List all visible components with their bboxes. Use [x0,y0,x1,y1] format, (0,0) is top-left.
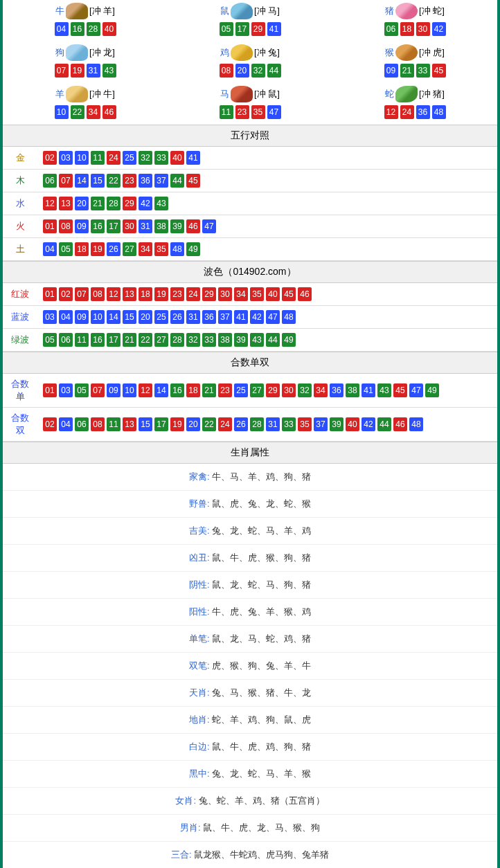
number-chip: 34 [234,287,248,301]
number-chip: 33 [416,64,430,78]
number-chip: 43 [154,197,168,210]
number-chip: 22 [71,105,84,119]
prop-label: 吉美: [189,525,212,536]
prop-row: 黑中: 兔、龙、蛇、马、羊、猴 [3,761,497,788]
number-chip: 36 [416,105,430,119]
zodiac-numbers: 10223446 [3,105,168,119]
zodiac-clash: [冲 牛] [89,88,115,100]
prop-label: 地肖: [189,714,212,725]
number-chip: 47 [266,310,280,324]
row-numbers: 0204060811131517192022242628313335373940… [37,408,497,442]
number-chip: 40 [170,151,184,165]
table-row: 火0108091617303138394647 [3,215,497,238]
row-label: 红波 [3,283,37,306]
prop-value: 鼠、虎、兔、龙、蛇、猴 [212,498,311,509]
number-chip: 29 [202,287,216,301]
number-chip: 20 [139,310,152,324]
number-chip: 49 [282,333,296,347]
prop-row: 阳性: 牛、虎、兔、羊、猴、鸡 [3,599,497,626]
props-list: 家禽: 牛、马、羊、鸡、狗、猪野兽: 鼠、虎、兔、龙、蛇、猴吉美: 兔、龙、蛇、… [3,464,497,868]
number-chip: 29 [266,383,280,397]
number-chip: 36 [202,310,216,324]
zodiac-icon [395,3,418,19]
number-chip: 11 [107,417,120,431]
number-chip: 29 [251,22,265,36]
prop-row: 白边: 鼠、牛、虎、鸡、狗、猪 [3,734,497,761]
row-numbers: 0102070812131819232429303435404546 [37,283,497,306]
prop-label: 女肖: [175,795,198,806]
table-row: 水1213202128294243 [3,192,497,215]
number-chip: 42 [432,22,446,36]
number-chip: 02 [43,151,57,165]
number-chip: 46 [298,287,312,301]
number-chip: 30 [416,22,430,36]
zodiac-cell: 羊[冲 牛]10223446 [3,83,168,125]
number-chip: 33 [282,417,296,431]
number-chip: 32 [298,383,312,397]
number-chip: 08 [91,417,105,431]
table-row: 红波0102070812131819232429303435404546 [3,283,497,306]
row-numbers: 04051819262734354849 [37,238,497,261]
number-chip: 11 [91,151,105,165]
number-chip: 05 [59,242,73,256]
number-chip: 22 [139,333,152,347]
number-chip: 35 [251,105,265,119]
number-chip: 03 [59,151,73,165]
number-chip: 25 [123,151,136,165]
number-chip: 43 [102,64,116,78]
row-label: 绿波 [3,329,37,352]
number-chip: 42 [139,197,152,210]
number-chip: 16 [71,22,84,36]
zodiac-numbers: 06183042 [332,22,497,36]
number-chip: 33 [154,151,168,165]
zodiac-clash: [冲 羊] [89,5,115,17]
number-chip: 13 [123,417,136,431]
table-row: 合数单0103050709101214161821232527293032343… [3,374,497,408]
number-chip: 27 [123,242,136,256]
zodiac-icon [231,44,253,61]
zodiac-icon [66,3,88,19]
number-chip: 24 [186,287,200,301]
number-chip: 08 [59,219,73,233]
number-chip: 32 [186,333,200,347]
zodiac-numbers: 08203244 [168,64,332,78]
number-chip: 18 [75,242,89,256]
number-chip: 19 [170,417,184,431]
number-chip: 06 [75,417,89,431]
number-chip: 45 [282,287,296,301]
number-chip: 07 [91,383,105,397]
zodiac-clash: [冲 马] [254,5,280,17]
number-chip: 34 [139,242,152,256]
table-row: 绿波05061116172122272832333839434449 [3,329,497,352]
zodiac-icon [395,44,418,61]
number-chip: 19 [71,64,84,78]
prop-value: 牛、马、羊、鸡、狗、猪 [212,471,311,482]
number-chip: 39 [330,417,343,431]
zodiac-clash: [冲 龙] [89,46,115,59]
row-label: 蓝波 [3,306,37,329]
number-chip: 09 [75,310,89,324]
prop-label: 男肖: [180,822,203,833]
prop-value: 兔、蛇、羊、鸡、猪（五宫肖） [199,795,325,806]
number-chip: 30 [123,219,136,233]
number-chip: 09 [107,383,120,397]
zodiac-cell: 鼠[冲 马]05172941 [168,0,332,42]
number-chip: 08 [220,64,233,78]
props-header: 生肖属性 [3,442,497,464]
number-chip: 43 [377,383,391,397]
prop-label: 天肖: [189,687,212,698]
number-chip: 12 [43,197,57,210]
number-chip: 09 [384,64,398,78]
zodiac-grid: 牛[冲 羊]04162840鼠[冲 马]05172941猪[冲 蛇]061830… [3,0,497,125]
number-chip: 49 [186,242,200,256]
number-chip: 20 [235,64,249,78]
number-chip: 34 [314,383,328,397]
table-row: 金02031011242532334041 [3,147,497,170]
prop-label: 单笔: [189,633,212,644]
number-chip: 04 [55,22,69,36]
number-chip: 03 [43,310,57,324]
number-chip: 38 [154,219,168,233]
number-chip: 09 [75,219,89,233]
prop-row: 阴性: 鼠、龙、蛇、马、狗、猪 [3,572,497,599]
number-chip: 04 [59,310,73,324]
